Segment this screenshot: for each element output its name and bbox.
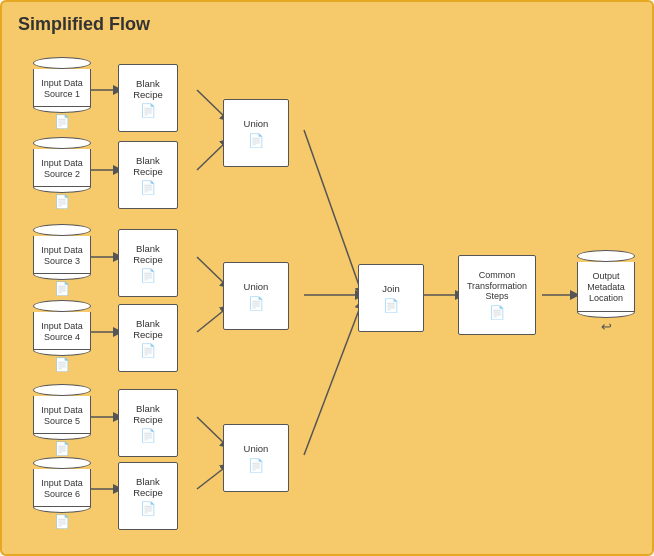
svg-line-14 (304, 302, 362, 455)
union-3-icon: 📄 (248, 458, 264, 473)
input-source-4-icon: 📄 (54, 357, 70, 372)
input-source-2-icon: 📄 (54, 194, 70, 209)
input-source-3-label: Input Data Source 3 (39, 241, 85, 269)
recipe-5-node: Blank Recipe 📄 (117, 387, 179, 459)
recipe-4-node: Blank Recipe 📄 (117, 302, 179, 374)
recipe-1-label: Blank Recipe (133, 78, 163, 101)
input-source-1-label: Input Data Source 1 (39, 74, 85, 102)
input-source-3-node: Input Data Source 3 📄 (32, 224, 92, 296)
recipe-6-node: Blank Recipe 📄 (117, 460, 179, 532)
arrows-svg (2, 2, 652, 554)
recipe-3-label: Blank Recipe (133, 243, 163, 266)
union-3-label: Union (244, 443, 269, 454)
svg-line-12 (304, 130, 362, 294)
input-source-6-icon: 📄 (54, 514, 70, 529)
recipe-4-icon: 📄 (140, 343, 156, 358)
input-source-6-label: Input Data Source 6 (39, 474, 85, 502)
input-source-5-node: Input Data Source 5 📄 (32, 384, 92, 456)
recipe-2-icon: 📄 (140, 180, 156, 195)
input-source-5-icon: 📄 (54, 441, 70, 456)
transform-node: Common Transformation Steps 📄 (457, 254, 537, 336)
join-label: Join (382, 283, 399, 294)
recipe-4-label: Blank Recipe (133, 318, 163, 341)
union-2-label: Union (244, 281, 269, 292)
recipe-2-node: Blank Recipe 📄 (117, 139, 179, 211)
union-3-node: Union 📄 (222, 422, 290, 494)
recipe-6-label: Blank Recipe (133, 476, 163, 499)
output-label: Output Metadata Location (585, 267, 627, 305)
diagram-title: Simplified Flow (18, 14, 150, 35)
output-icon: ↩ (601, 319, 612, 334)
input-source-4-label: Input Data Source 4 (39, 317, 85, 345)
input-source-6-node: Input Data Source 6 📄 (32, 457, 92, 529)
recipe-1-node: Blank Recipe 📄 (117, 62, 179, 134)
diagram-container: Simplified Flow (0, 0, 654, 556)
input-source-5-label: Input Data Source 5 (39, 401, 85, 429)
output-node: Output Metadata Location ↩ (572, 250, 640, 334)
union-1-label: Union (244, 118, 269, 129)
input-source-1-node: Input Data Source 1 📄 (32, 57, 92, 129)
transform-icon: 📄 (489, 305, 505, 320)
recipe-5-icon: 📄 (140, 428, 156, 443)
union-2-node: Union 📄 (222, 260, 290, 332)
recipe-3-icon: 📄 (140, 268, 156, 283)
transform-label: Common Transformation Steps (467, 270, 527, 302)
recipe-2-label: Blank Recipe (133, 155, 163, 178)
recipe-6-icon: 📄 (140, 501, 156, 516)
union-2-icon: 📄 (248, 296, 264, 311)
input-source-2-label: Input Data Source 2 (39, 154, 85, 182)
union-1-icon: 📄 (248, 133, 264, 148)
input-source-4-node: Input Data Source 4 📄 (32, 300, 92, 372)
input-source-3-icon: 📄 (54, 281, 70, 296)
join-node: Join 📄 (357, 262, 425, 334)
join-icon: 📄 (383, 298, 399, 313)
recipe-1-icon: 📄 (140, 103, 156, 118)
input-source-2-node: Input Data Source 2 📄 (32, 137, 92, 209)
union-1-node: Union 📄 (222, 97, 290, 169)
recipe-3-node: Blank Recipe 📄 (117, 227, 179, 299)
recipe-5-label: Blank Recipe (133, 403, 163, 426)
input-source-1-icon: 📄 (54, 114, 70, 129)
